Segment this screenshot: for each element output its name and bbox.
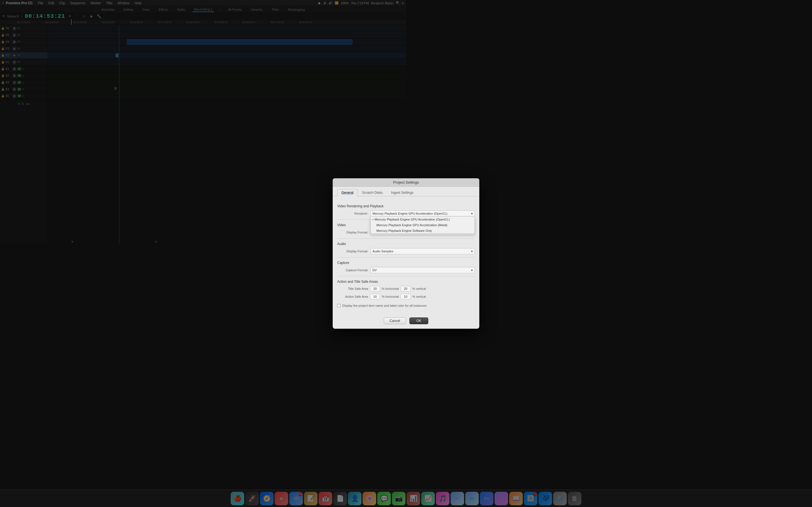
renderer-row: Renderer: Mercury Playback Engine GPU Ac… xyxy=(337,210,406,217)
renderer-select[interactable]: Mercury Playback Engine GPU Acceleration… xyxy=(370,210,406,217)
renderer-label: Renderer: xyxy=(337,212,368,215)
audio-display-select-wrapper: Audio Samples ▾ xyxy=(370,248,406,253)
dialog-tabs: General Scratch Disks Ingest Settings xyxy=(333,187,406,196)
video-display-label: Display Format: xyxy=(337,231,368,234)
renderer-select-wrapper: Mercury Playback Engine GPU Acceleration… xyxy=(370,210,406,217)
modal-overlay: Project Settings General Scratch Disks I… xyxy=(0,0,406,253)
dialog-title: Project Settings xyxy=(333,178,406,187)
audio-display-label: Display Format: xyxy=(337,249,368,253)
renderer-option-software[interactable]: Mercury Playback Engine Software Only xyxy=(371,228,406,233)
tab-scratch-disks[interactable]: Scratch Disks xyxy=(358,189,387,196)
dialog-title-text: Project Settings xyxy=(393,180,406,184)
project-settings-dialog: Project Settings General Scratch Disks I… xyxy=(333,178,406,253)
audio-display-value: Audio Samples xyxy=(372,249,393,253)
renderer-option-opencl[interactable]: Mercury Playback Engine GPU Acceleration… xyxy=(371,217,406,222)
section-audio: Audio xyxy=(337,242,406,246)
tab-ingest-settings[interactable]: Ingest Settings xyxy=(387,189,406,196)
renderer-selected-value: Mercury Playback Engine GPU Acceleration… xyxy=(372,212,406,215)
tab-general[interactable]: General xyxy=(337,189,358,196)
section-video-rendering: Video Rendering and Playback xyxy=(337,204,406,208)
dialog-body: Video Rendering and Playback Renderer: M… xyxy=(333,196,406,253)
renderer-option-metal[interactable]: Mercury Playback Engine GPU Acceleration… xyxy=(371,222,406,228)
renderer-dropdown: Mercury Playback Engine GPU Acceleration… xyxy=(370,217,406,234)
audio-display-select[interactable]: Audio Samples ▾ xyxy=(370,248,406,253)
audio-display-format-row: Display Format: Audio Samples ▾ xyxy=(337,248,406,253)
